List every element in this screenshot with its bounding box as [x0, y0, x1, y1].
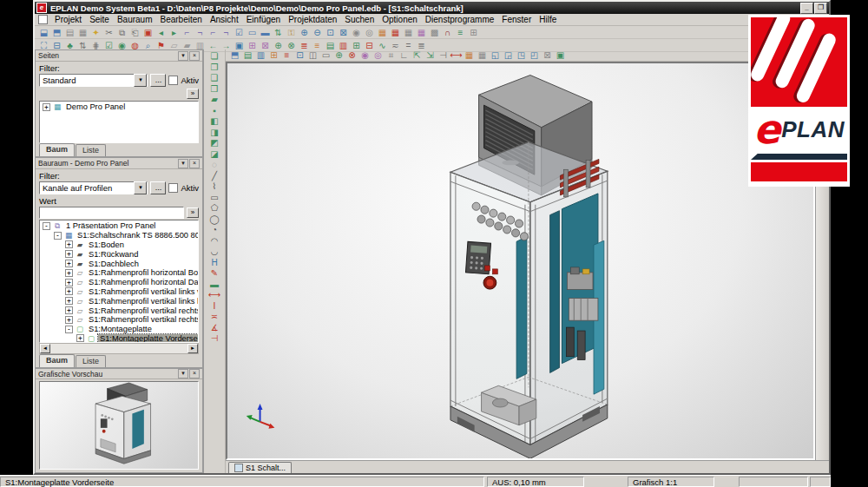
free-placement-icon[interactable]: ▥	[254, 49, 267, 61]
navigate-up-icon[interactable]: ∩	[441, 27, 454, 38]
view-side-icon[interactable]: ◲	[502, 49, 515, 61]
panel-close-icon[interactable]: ×	[189, 369, 200, 378]
tree-item[interactable]: + ▱ S1:Rahmenprofil vertikal rechts vorn…	[40, 315, 198, 325]
chevron-down-icon[interactable]: ▼	[134, 181, 147, 194]
corner-tr-icon[interactable]: ¬	[194, 27, 207, 38]
ortho-3d-icon[interactable]: ∟	[398, 49, 411, 61]
din-rail-icon[interactable]: ⊞	[267, 49, 280, 61]
device-list-icon[interactable]: ▦	[402, 27, 415, 38]
tab-baum[interactable]: Baum	[39, 354, 75, 367]
undo-icon[interactable]: ◂	[155, 27, 168, 38]
wert-input[interactable]	[39, 207, 184, 219]
expander-icon[interactable]: +	[65, 240, 73, 248]
tree-item[interactable]: + ▱ S1:Rahmenprofil horizontal Boden	[40, 268, 198, 278]
wire-duct-icon[interactable]: ≡	[280, 49, 293, 61]
align-top-icon[interactable]: ⇱	[411, 49, 424, 61]
expander-icon[interactable]: -	[65, 326, 73, 333]
menu-item[interactable]: Dienstprogramme	[422, 15, 497, 24]
refresh-icon[interactable]: ⇅	[272, 27, 285, 38]
rotate-part-icon[interactable]: ◉	[358, 49, 372, 61]
expander-icon[interactable]: +	[65, 269, 73, 277]
panel-collapse-icon[interactable]: ▾	[178, 369, 188, 378]
bauraum-filter-select[interactable]: Kanäle auf Profilen ▼	[39, 181, 148, 194]
box-icon[interactable]: ▭	[246, 27, 259, 38]
tree-item[interactable]: + ▱ S1:Rahmenprofil vertikal links vorne	[40, 287, 198, 297]
view-iso-icon[interactable]: ◰	[528, 49, 541, 61]
tree-item[interactable]: + ▢ S1:Montageplatte Vorderseite	[40, 334, 198, 343]
checkbox-icon[interactable]	[168, 183, 178, 193]
minimize-button[interactable]: _	[800, 3, 813, 14]
print-icon[interactable]: ▦	[76, 27, 89, 38]
tree-item[interactable]: + ▱ S1:Rahmenprofil vertikal rechts hint…	[40, 306, 198, 315]
scroll-left-icon[interactable]: ◄	[40, 344, 50, 353]
dim-angle-icon[interactable]: ∡	[208, 323, 221, 334]
new-view-icon[interactable]: ⊞	[467, 27, 480, 38]
dim-aligned-icon[interactable]: ≍	[208, 312, 221, 323]
expander-icon[interactable]: +	[43, 103, 50, 111]
view-top-icon[interactable]: ◳	[515, 49, 528, 61]
circle-icon[interactable]: ◯	[208, 214, 221, 226]
pages-filter-active-checkbox[interactable]: Aktiv	[168, 76, 199, 85]
menu-item[interactable]: Bearbeiten	[157, 15, 206, 24]
bauraum-filter-browse-button[interactable]: ...	[150, 181, 166, 194]
measure-icon[interactable]: ⊣	[437, 49, 450, 61]
tree-item[interactable]: + ▱ S1:Rahmenprofil horizontal Dach	[40, 278, 198, 287]
view-sw-icon[interactable]: ❐	[208, 63, 221, 74]
parts-list-icon[interactable]: ▦	[376, 27, 389, 38]
delete-icon[interactable]: ▣	[141, 27, 155, 38]
tree-item[interactable]: + ▰ S1:Boden	[40, 240, 198, 250]
menu-item[interactable]: Projektdaten	[285, 15, 340, 24]
outline-icon[interactable]: ▭	[319, 49, 332, 61]
text-icon[interactable]: H	[208, 258, 221, 269]
arc-icon[interactable]: ◔	[208, 225, 221, 236]
menu-item[interactable]: Optionen	[378, 15, 421, 24]
arc-3p-icon[interactable]: ◠	[208, 236, 221, 247]
slice-z-icon[interactable]: ◩	[208, 138, 221, 149]
pages-filter-select[interactable]: Standard ▼	[39, 74, 148, 87]
line-icon[interactable]: ╱	[208, 171, 221, 182]
expander-icon[interactable]: +	[65, 316, 73, 324]
place-device-icon[interactable]: ⊕	[332, 49, 345, 61]
orbit-icon[interactable]: ◎	[363, 27, 376, 38]
menu-item[interactable]: Seite	[86, 15, 113, 24]
dim-linear-icon[interactable]: ⟷	[208, 290, 221, 301]
remove-device-icon[interactable]: ⊗	[345, 49, 358, 61]
cutout-icon[interactable]: ◫	[306, 49, 319, 61]
view-ne-icon[interactable]: ❑	[208, 73, 221, 84]
slice-free-icon[interactable]: ◪	[208, 149, 221, 161]
expander-icon[interactable]: +	[76, 334, 84, 342]
mirror-part-icon[interactable]: ◎	[372, 49, 385, 61]
zoom-in-icon[interactable]: ⊕	[298, 27, 311, 38]
dim-vertical-icon[interactable]: Ⅰ	[208, 301, 221, 313]
drilling-icon[interactable]: ⊡	[293, 49, 306, 61]
open-project-icon[interactable]: ⬒	[50, 27, 63, 38]
grid-icon[interactable]: ▩	[428, 27, 441, 38]
corner-tl-icon[interactable]: ⌐	[181, 27, 194, 38]
menu-item[interactable]: Einfügen	[243, 15, 284, 24]
expander-icon[interactable]: +	[65, 297, 73, 305]
view-front-icon[interactable]: ◱	[489, 49, 502, 61]
corner-br-icon[interactable]: ¬	[220, 27, 233, 38]
cut-icon[interactable]: ✂	[102, 27, 115, 38]
menu-item[interactable]: Ansicht	[207, 15, 242, 24]
view-nw-icon[interactable]: ❒	[208, 84, 221, 95]
tree-item[interactable]: + ▰ S1:Dachblech	[40, 259, 198, 268]
slice-x-icon[interactable]: ◧	[208, 116, 221, 128]
copy-icon[interactable]: ⧉	[115, 27, 128, 38]
tab-liste[interactable]: Liste	[76, 144, 106, 156]
tree-item[interactable]: + ▰ S1:Rückwand	[40, 249, 198, 259]
bom-icon[interactable]: ▦	[389, 27, 402, 38]
hatch-icon[interactable]: ▬	[208, 280, 221, 291]
panel-close-icon[interactable]: ×	[189, 159, 200, 168]
close-project-icon[interactable]: ▤	[63, 27, 76, 38]
panel-close-icon[interactable]: ×	[189, 51, 200, 61]
tree-item[interactable]: - ▢ S1:Montageplatte	[40, 325, 198, 334]
new-project-icon[interactable]: ⬓	[37, 27, 50, 38]
scroll-right-icon[interactable]: ►	[187, 344, 198, 353]
pages-filter-browse-button[interactable]: ...	[150, 74, 166, 87]
lock-icon[interactable]: ⚿	[285, 27, 298, 38]
expander-icon[interactable]: -	[54, 232, 62, 240]
panel-icon[interactable]: ▬	[259, 27, 272, 38]
tab-liste[interactable]: Liste	[76, 355, 106, 367]
chevron-down-icon[interactable]: ▼	[134, 74, 147, 87]
